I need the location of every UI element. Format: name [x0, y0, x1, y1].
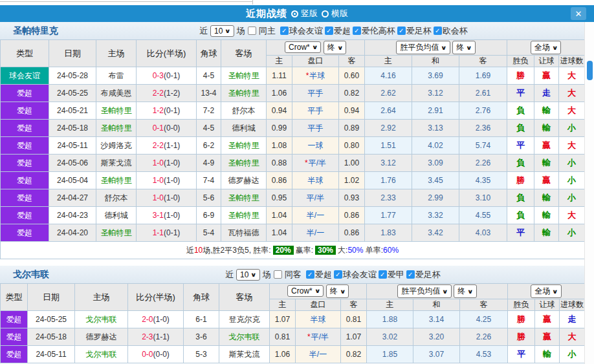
result-handicap: 贏 [534, 172, 559, 189]
same-venue-checkbox[interactable] [274, 270, 282, 279]
league-filter-label[interactable]: 爱足杯 [406, 25, 432, 37]
same-venue-checkbox[interactable] [248, 27, 256, 35]
close-icon[interactable]: ✕ [575, 9, 582, 19]
corners-cell: 5-4 [197, 224, 221, 242]
radio-unselected-icon[interactable] [322, 10, 329, 17]
bookmaker-select[interactable]: Crow*∨ [287, 285, 324, 297]
halftime-score: (1-0) [164, 158, 180, 167]
view-option-vertical-label[interactable]: 竖版 [301, 8, 318, 19]
checkbox-checked-icon[interactable]: ✓ [406, 270, 415, 279]
section-divider [0, 259, 594, 266]
checkbox-checked-icon[interactable]: ✓ [334, 270, 342, 279]
handicap-line: 平手 [308, 123, 324, 133]
mean-odds-select[interactable]: 胜平负均值∨ [397, 284, 451, 298]
result-scope-select[interactable]: 全场∨ [531, 284, 561, 298]
league-filter[interactable]: ✓球会友谊 [280, 25, 323, 37]
checkbox-checked-icon[interactable]: ✓ [434, 27, 442, 35]
same-venue-label[interactable]: 同主 [259, 25, 276, 37]
away-team: 圣帕特里 [221, 189, 267, 207]
result-wdl-value: 平 [516, 228, 525, 237]
league-filter-label[interactable]: 爱伦高杯 [362, 25, 395, 37]
result-goals: 小 [560, 346, 585, 363]
result-wdl: 平 [507, 137, 534, 155]
checkbox-checked-icon[interactable]: ✓ [280, 27, 289, 35]
match-date: 24-05-04 [49, 172, 96, 189]
col-handicap: 盘口 [296, 299, 341, 311]
mean-final-select[interactable]: 终∨ [454, 284, 476, 298]
vertical-scrollbar[interactable] [584, 22, 594, 364]
radio-selected-icon[interactable] [291, 10, 298, 17]
chevron-down-icon: ∨ [225, 28, 231, 34]
result-scope-select[interactable]: 全场∨ [531, 41, 561, 54]
handicap-line: 平手 [308, 106, 324, 115]
league-filter[interactable]: ✓球会友谊 [334, 269, 377, 281]
league-filter-label[interactable]: 球会友谊 [343, 269, 377, 281]
league-filter[interactable]: ✓爱足杯 [397, 25, 432, 37]
odds-final-select[interactable]: 终∨ [324, 41, 346, 54]
result-wdl-value: 負 [516, 158, 525, 167]
match-count-value[interactable]: 10 [240, 270, 248, 279]
view-option-vertical[interactable]: 竖版 [291, 8, 318, 19]
bookmaker-select[interactable]: Crow*∨ [285, 41, 321, 53]
team-section-st-patricks: 圣帕特里克 近 10 ∨ 场 同主 ✓球会友谊✓爱超✓爱伦高杯✓爱足杯✓欧会杯 [0, 22, 594, 259]
col-home: 主场 [75, 284, 128, 311]
odds-final-select[interactable]: 终∨ [326, 284, 349, 298]
score-cell: 3-1(1-0) [137, 207, 197, 224]
league-filter-label[interactable]: 爱超 [334, 25, 351, 37]
checkbox-checked-icon[interactable]: ✓ [397, 27, 406, 35]
league-filter[interactable]: ✓欧会杯 [434, 25, 468, 37]
away-team: 圣帕特里 [221, 137, 267, 155]
handicap-cell: 半球 [296, 311, 341, 328]
odds-home: 1.06 [270, 346, 296, 363]
corners-cell: 4-5 [197, 67, 221, 85]
checkbox-checked-icon[interactable]: ✓ [325, 27, 333, 35]
fulltime-score: 2-3 [142, 332, 153, 341]
scrollbar-thumb[interactable] [587, 61, 593, 80]
mean-odds-select[interactable]: 胜平负均值∨ [396, 41, 450, 54]
checkbox-checked-icon[interactable]: ✓ [379, 270, 387, 279]
result-handicap-value: 輸 [542, 158, 551, 167]
league-type-badge: 球会友谊 [1, 67, 49, 85]
league-filter-label[interactable]: 欧会杯 [443, 25, 468, 37]
result-goals-value: 大 [567, 105, 576, 115]
view-option-horizontal-label[interactable]: 横版 [331, 8, 348, 19]
league-filter-label[interactable]: 球会友谊 [289, 25, 323, 37]
match-count-select[interactable]: 10 ∨ [236, 269, 260, 281]
changed-odds-star-icon: * [305, 158, 308, 167]
mean-draw-odds: 3.13 [412, 120, 459, 137]
league-filter-label[interactable]: 爱超 [315, 269, 332, 281]
league-filter[interactable]: ✓爱足杯 [406, 269, 441, 281]
chevron-down-icon: ∨ [312, 44, 318, 50]
close-button[interactable]: ✕ [571, 7, 586, 20]
view-option-horizontal[interactable]: 横版 [322, 8, 348, 19]
dialog-titlebar: 近期战绩 竖版 横版 ✕ [0, 5, 594, 22]
mean-away-odds: 4.35 [459, 172, 507, 189]
league-filter-label[interactable]: 爱足杯 [415, 269, 441, 281]
result-wdl: 勝 [507, 172, 534, 189]
match-count-value[interactable]: 10 [214, 27, 223, 36]
league-filter[interactable]: ✓爱伦高杯 [353, 25, 395, 37]
league-type-badge: 爱超 [1, 224, 49, 242]
mean-home-odds: 1.76 [365, 172, 412, 189]
summary-part: 场,胜2平3负5, 胜率: [203, 246, 270, 255]
league-filter[interactable]: ✓爱甲 [379, 269, 404, 281]
mean-draw-odds: 2.91 [412, 102, 459, 120]
corners-cell: 5-3 [184, 346, 219, 363]
table-body: 球会友谊24-05-28布雷0-3(0-1)4-5圣帕特里1.11*半球0.60… [1, 67, 585, 259]
fulltime-score: 1-2 [153, 106, 164, 115]
mean-final-select[interactable]: 终∨ [452, 41, 475, 54]
checkbox-checked-icon[interactable]: ✓ [353, 27, 361, 35]
fulltime-score: 2-0 [142, 315, 153, 324]
away-team: 德罗赫达 [221, 172, 267, 189]
corners-cell: 3-6 [184, 328, 219, 346]
league-filter-label[interactable]: 爱甲 [388, 269, 404, 281]
col-type: 类型 [1, 284, 28, 311]
mean-away-odds: 4.03 [459, 224, 507, 242]
league-type-badge: 爱超 [1, 172, 49, 189]
match-count-select[interactable]: 10 ∨ [210, 25, 234, 37]
league-filter[interactable]: ✓爱超 [325, 25, 351, 37]
checkbox-checked-icon[interactable]: ✓ [306, 270, 314, 279]
same-venue-label[interactable]: 同客 [285, 269, 302, 281]
league-filter[interactable]: ✓爱超 [306, 269, 332, 281]
col-mean-away: 客 [459, 56, 507, 67]
